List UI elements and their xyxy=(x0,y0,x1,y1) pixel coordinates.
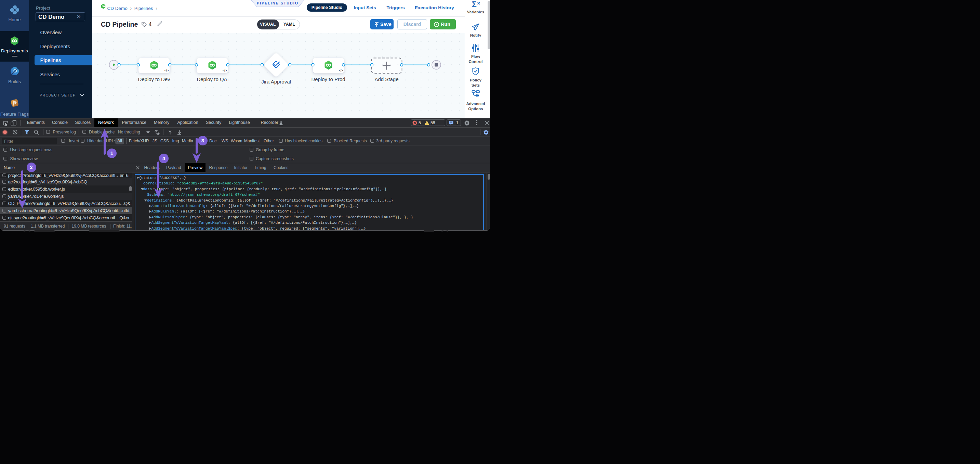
svg-text:</>: </> xyxy=(339,69,343,72)
svg-text:Add Stage: Add Stage xyxy=(374,76,398,82)
svg-text:Deploy to Prod: Deploy to Prod xyxy=(311,76,345,82)
svg-text:</>: </> xyxy=(164,69,169,72)
svg-text:Jira Approval: Jira Approval xyxy=(261,78,291,84)
svg-text:Deploy to QA: Deploy to QA xyxy=(197,76,227,82)
svg-text:Deploy to Dev: Deploy to Dev xyxy=(138,76,170,82)
svg-text:</>: </> xyxy=(223,69,227,72)
